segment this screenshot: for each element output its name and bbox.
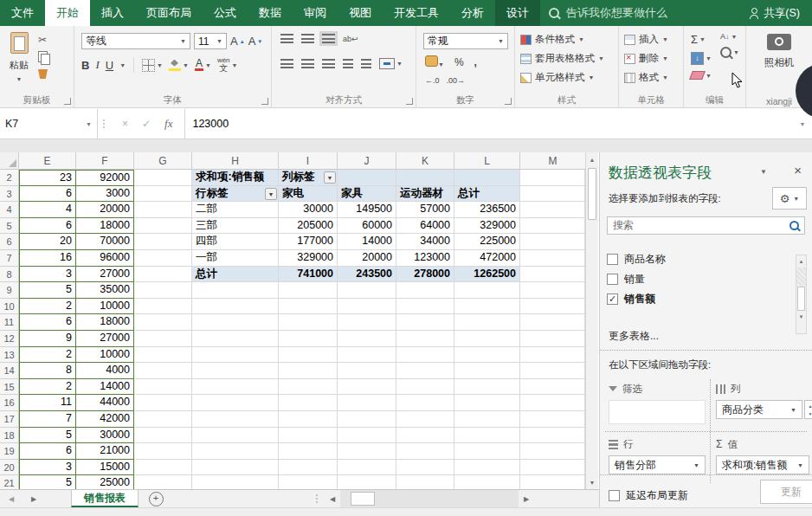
- cell[interactable]: [134, 460, 192, 476]
- cell[interactable]: 总计: [192, 267, 279, 283]
- cell[interactable]: [192, 347, 279, 364]
- cell[interactable]: [134, 202, 192, 218]
- cell[interactable]: 27000: [76, 331, 134, 347]
- cell[interactable]: [454, 379, 520, 396]
- cell[interactable]: [454, 170, 520, 186]
- cell[interactable]: [192, 395, 279, 411]
- cell[interactable]: 三部: [192, 218, 279, 235]
- share-button[interactable]: 共享(S): [737, 0, 812, 26]
- percent-button[interactable]: %: [454, 56, 464, 68]
- font-size-select[interactable]: 11 ▼: [194, 33, 227, 49]
- copy-button[interactable]: [38, 50, 55, 63]
- cell[interactable]: [134, 170, 192, 186]
- cell[interactable]: 205000: [279, 218, 338, 235]
- cell[interactable]: [192, 428, 279, 444]
- ribbon-tab[interactable]: 设计: [495, 0, 540, 26]
- cell[interactable]: [454, 314, 520, 331]
- row-header[interactable]: 10: [0, 299, 19, 315]
- align-left-icon[interactable]: [280, 59, 293, 68]
- filter-dropdown-button[interactable]: ▼: [324, 171, 336, 184]
- cell[interactable]: [134, 475, 192, 489]
- cell[interactable]: 149500: [338, 202, 396, 218]
- cell[interactable]: 20: [19, 234, 76, 250]
- styles-menu-button[interactable]: 条件格式 ▼: [520, 33, 604, 46]
- ribbon-tab[interactable]: 插入: [90, 0, 135, 26]
- cell[interactable]: [279, 331, 338, 347]
- cell[interactable]: 2: [19, 347, 76, 364]
- cell[interactable]: [396, 443, 454, 460]
- cell[interactable]: [520, 250, 585, 267]
- align-center-icon[interactable]: [301, 59, 314, 68]
- font-name-select[interactable]: 等线 ▼: [81, 33, 190, 49]
- cell[interactable]: [454, 347, 520, 364]
- dialog-launcher-icon[interactable]: [406, 98, 413, 105]
- cell[interactable]: [192, 363, 279, 379]
- insert-function-button[interactable]: fx: [164, 117, 172, 131]
- cell[interactable]: [192, 282, 279, 299]
- cell[interactable]: 3: [19, 267, 76, 283]
- field-list-scrollbar[interactable]: ▲ ▼: [796, 255, 807, 334]
- close-icon[interactable]: ×: [794, 163, 802, 177]
- ribbon-tab[interactable]: 审阅: [293, 0, 338, 26]
- cell[interactable]: 3: [19, 460, 76, 476]
- tab-split-grip[interactable]: [316, 490, 325, 507]
- cells-menu-button[interactable]: 格式 ▼: [624, 71, 668, 84]
- decrease-font-button[interactable]: A▼: [248, 35, 263, 48]
- cell[interactable]: 60000: [338, 218, 396, 235]
- vertical-scroll-thumb[interactable]: [588, 168, 596, 220]
- find-select-button[interactable]: ▼: [720, 47, 739, 58]
- cell[interactable]: [134, 331, 192, 347]
- cell[interactable]: [520, 428, 585, 444]
- field-search-input[interactable]: 搜索: [607, 216, 805, 235]
- row-header[interactable]: 6: [0, 234, 19, 250]
- field-chip[interactable]: 商品分类▼: [716, 400, 802, 419]
- cell[interactable]: 42000: [76, 411, 134, 428]
- cell[interactable]: [134, 395, 192, 411]
- cell[interactable]: [338, 395, 396, 411]
- cell[interactable]: [520, 186, 585, 203]
- cell[interactable]: 20000: [338, 250, 396, 267]
- cell[interactable]: [520, 411, 585, 428]
- cell[interactable]: [338, 379, 396, 396]
- phonetic-guide-button[interactable]: wén文 ▼: [217, 57, 238, 73]
- cell[interactable]: 14000: [76, 379, 134, 396]
- cell[interactable]: [396, 411, 454, 428]
- row-header[interactable]: 11: [0, 314, 19, 331]
- cell[interactable]: [192, 443, 279, 460]
- cell[interactable]: 18000: [76, 218, 134, 235]
- vertical-scrollbar[interactable]: ▲ ▼: [585, 152, 598, 489]
- format-painter-button[interactable]: [38, 68, 55, 81]
- styles-menu-button[interactable]: 单元格样式 ▼: [520, 71, 604, 84]
- cell[interactable]: [520, 443, 585, 460]
- cell[interactable]: [520, 475, 585, 489]
- cell[interactable]: [520, 282, 585, 299]
- decrease-decimal-button[interactable]: .00→: [447, 76, 466, 85]
- cell[interactable]: 243500: [338, 267, 396, 283]
- cell[interactable]: 23: [19, 170, 76, 186]
- row-header[interactable]: 2: [0, 170, 19, 186]
- field-checkbox[interactable]: ✓: [607, 293, 618, 305]
- cell[interactable]: 7: [19, 411, 76, 428]
- cell[interactable]: [134, 250, 192, 267]
- cell[interactable]: 9: [19, 331, 76, 347]
- cell[interactable]: [396, 428, 454, 444]
- cell[interactable]: 3000: [76, 186, 134, 203]
- cell[interactable]: [454, 299, 520, 315]
- paste-button[interactable]: 粘贴 ▼: [3, 32, 35, 84]
- cell[interactable]: 92000: [76, 170, 134, 186]
- cell[interactable]: 6: [19, 314, 76, 331]
- cell[interactable]: 10000: [76, 299, 134, 315]
- cell[interactable]: 四部: [192, 234, 279, 250]
- scroll-down-icon[interactable]: ▼: [796, 311, 806, 323]
- update-button[interactable]: 更新: [760, 480, 812, 504]
- cell[interactable]: [520, 202, 585, 218]
- field-checkbox[interactable]: [607, 274, 618, 285]
- column-header[interactable]: M: [520, 152, 585, 169]
- scroll-thumb[interactable]: [797, 287, 805, 311]
- pane-options-icon[interactable]: ▼: [760, 168, 767, 176]
- cell[interactable]: 177000: [279, 234, 338, 250]
- row-header[interactable]: 8: [0, 267, 19, 283]
- cell[interactable]: 70000: [76, 234, 134, 250]
- number-format-select[interactable]: 常规 ▼: [423, 33, 508, 49]
- filters-dropzone[interactable]: [609, 400, 706, 424]
